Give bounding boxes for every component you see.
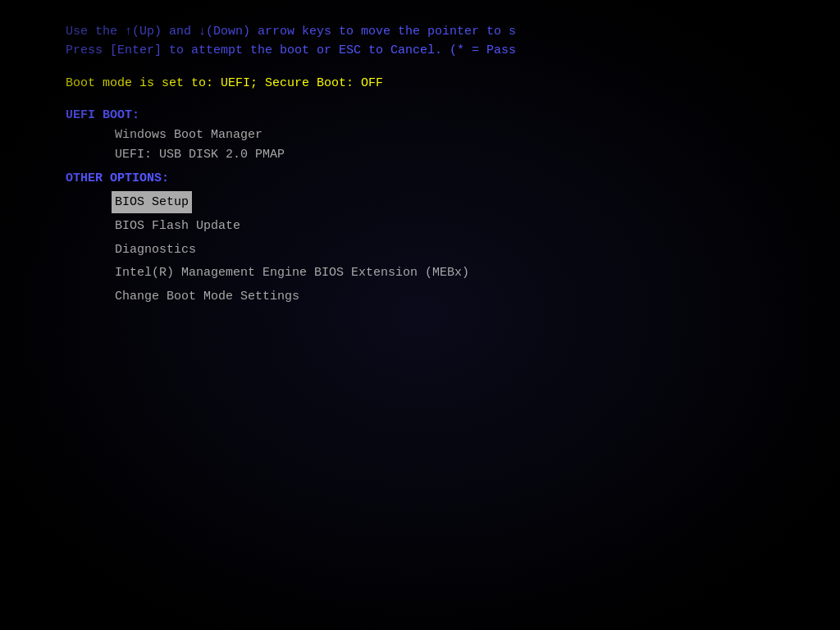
instructions-block: Use the ↑(Up) and ↓(Down) arrow keys to … <box>66 23 791 60</box>
option-row-diagnostics[interactable]: Diagnostics <box>66 238 791 262</box>
option-row-mebx[interactable]: Intel(R) Management Engine BIOS Extensio… <box>66 261 791 285</box>
bios-screen: Use the ↑(Up) and ↓(Down) arrow keys to … <box>0 0 840 630</box>
uefi-item-usb[interactable]: UEFI: USB DISK 2.0 PMAP <box>66 145 791 165</box>
uefi-boot-label: UEFI BOOT: <box>66 108 791 122</box>
boot-mode-settings-option[interactable]: Change Boot Mode Settings <box>66 290 299 304</box>
diagnostics-option[interactable]: Diagnostics <box>66 243 196 257</box>
bios-flash-option[interactable]: BIOS Flash Update <box>66 219 240 233</box>
option-row-boot-mode[interactable]: Change Boot Mode Settings <box>66 285 791 308</box>
bios-setup-option[interactable]: BIOS Setup <box>112 191 192 213</box>
mebx-option[interactable]: Intel(R) Management Engine BIOS Extensio… <box>66 266 469 280</box>
instruction-line-1: Use the ↑(Up) and ↓(Down) arrow keys to … <box>66 23 791 42</box>
instruction-line-2: Press [Enter] to attempt the boot or ESC… <box>66 42 791 61</box>
other-options-label: OTHER OPTIONS: <box>66 171 791 185</box>
option-row-bios-flash[interactable]: BIOS Flash Update <box>66 214 791 238</box>
option-row-bios-setup[interactable]: BIOS Setup <box>66 190 791 214</box>
boot-mode-status: Boot mode is set to: UEFI; Secure Boot: … <box>66 76 791 90</box>
uefi-item-windows[interactable]: Windows Boot Manager <box>66 126 791 145</box>
